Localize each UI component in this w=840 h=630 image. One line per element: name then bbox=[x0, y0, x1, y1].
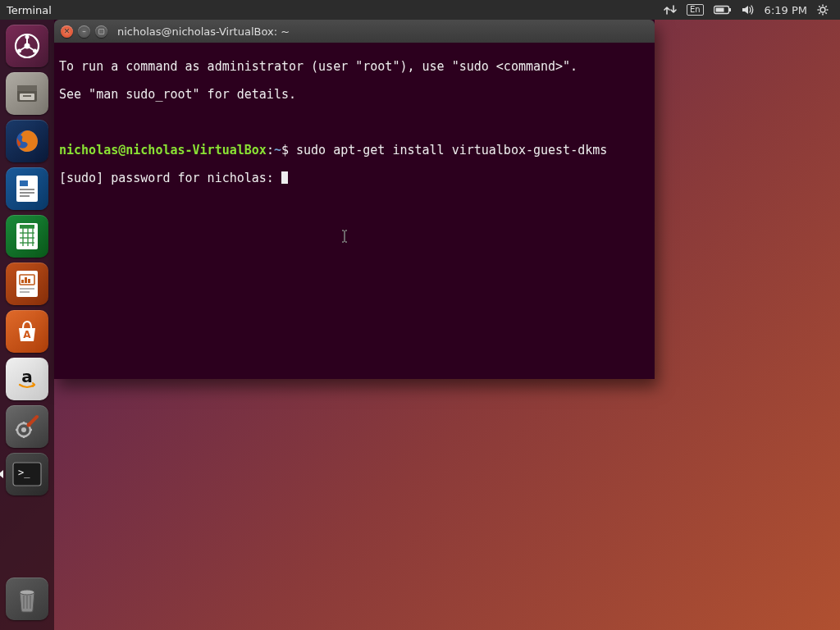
minimize-icon[interactable]: – bbox=[78, 25, 90, 38]
terminal-command: sudo apt-get install virtualbox-guest-dk… bbox=[296, 143, 607, 158]
svg-line-8 bbox=[819, 6, 819, 7]
battery-icon[interactable] bbox=[709, 0, 737, 20]
terminal-window: ✕ – ▢ nicholas@nicholas-VirtualBox: ~ To… bbox=[54, 20, 655, 379]
terminal-prompt-line: nicholas@nicholas-VirtualBox:~$ sudo apt… bbox=[59, 144, 650, 158]
svg-rect-1 bbox=[715, 8, 724, 12]
launcher-trash[interactable] bbox=[6, 578, 48, 620]
svg-rect-43 bbox=[28, 279, 30, 283]
close-icon[interactable]: ✕ bbox=[61, 25, 73, 38]
launcher-software[interactable]: A bbox=[6, 310, 48, 353]
clock[interactable]: 6:19 PM bbox=[760, 0, 812, 20]
unity-launcher: A a >_ bbox=[0, 20, 54, 630]
menubar-app-label: Terminal bbox=[7, 4, 52, 16]
launcher-impress[interactable] bbox=[6, 262, 48, 305]
volume-icon[interactable] bbox=[737, 0, 760, 20]
terminal-output: [sudo] password for nicholas: bbox=[59, 171, 650, 185]
window-title: nicholas@nicholas-VirtualBox: ~ bbox=[117, 25, 290, 38]
terminal-body[interactable]: To run a command as administrator (user … bbox=[54, 43, 655, 379]
window-titlebar[interactable]: ✕ – ▢ nicholas@nicholas-VirtualBox: ~ bbox=[54, 20, 655, 43]
svg-rect-26 bbox=[20, 180, 28, 186]
svg-rect-42 bbox=[25, 277, 27, 283]
terminal-output: To run a command as administrator (user … bbox=[59, 60, 650, 74]
launcher-files[interactable] bbox=[6, 72, 48, 115]
svg-point-49 bbox=[21, 427, 26, 432]
svg-point-57 bbox=[20, 590, 34, 595]
svg-rect-23 bbox=[23, 95, 31, 97]
gear-icon[interactable] bbox=[812, 0, 833, 20]
launcher-firefox[interactable] bbox=[6, 120, 48, 162]
svg-text:>_: >_ bbox=[18, 467, 30, 478]
svg-text:a: a bbox=[21, 367, 33, 386]
network-icon[interactable] bbox=[659, 0, 682, 20]
terminal-output bbox=[59, 116, 650, 130]
svg-line-9 bbox=[825, 12, 826, 13]
svg-rect-25 bbox=[16, 176, 38, 202]
launcher-calc[interactable] bbox=[6, 215, 48, 258]
launcher-amazon[interactable]: a bbox=[6, 358, 48, 400]
svg-text:A: A bbox=[23, 329, 31, 340]
terminal-cursor bbox=[281, 171, 288, 184]
svg-line-10 bbox=[819, 12, 819, 13]
svg-point-3 bbox=[820, 7, 825, 12]
launcher-writer[interactable] bbox=[6, 167, 48, 210]
svg-rect-41 bbox=[21, 280, 24, 283]
svg-rect-2 bbox=[729, 8, 731, 11]
svg-line-11 bbox=[825, 6, 826, 7]
language-indicator[interactable]: En bbox=[682, 0, 709, 20]
launcher-terminal[interactable]: >_ bbox=[6, 453, 48, 495]
svg-point-54 bbox=[27, 423, 31, 427]
terminal-output: See "man sudo_root" for details. bbox=[59, 88, 650, 102]
launcher-settings[interactable] bbox=[6, 405, 48, 448]
maximize-icon[interactable]: ▢ bbox=[95, 25, 107, 38]
launcher-dash[interactable] bbox=[6, 25, 48, 67]
svg-rect-38 bbox=[20, 225, 34, 228]
top-menubar: Terminal En 6:19 PM bbox=[0, 0, 840, 20]
svg-rect-21 bbox=[17, 85, 37, 91]
